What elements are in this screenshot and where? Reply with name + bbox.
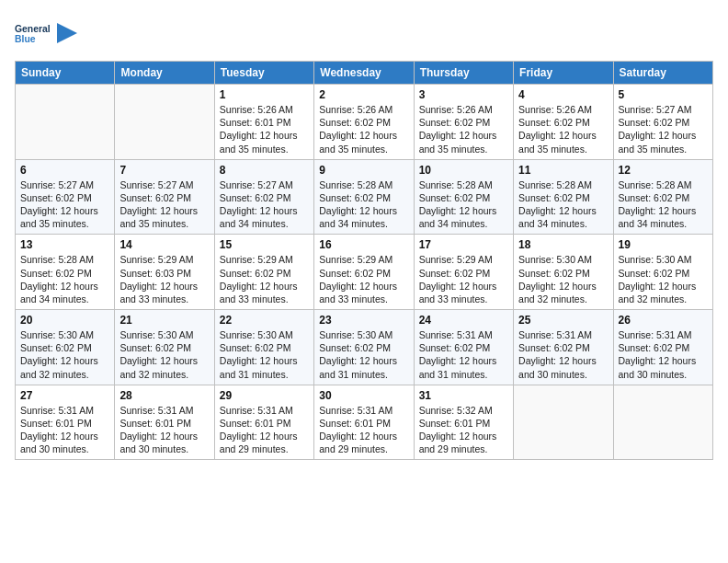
day-info: Sunrise: 5:28 AM Sunset: 6:02 PM Dayligh… (619, 178, 708, 231)
svg-marker-2 (57, 23, 77, 43)
calendar-week-4: 20Sunrise: 5:30 AM Sunset: 6:02 PM Dayli… (16, 310, 713, 385)
day-info: Sunrise: 5:26 AM Sunset: 6:02 PM Dayligh… (319, 103, 408, 155)
day-info: Sunrise: 5:30 AM Sunset: 6:02 PM Dayligh… (20, 328, 109, 381)
day-info: Sunrise: 5:31 AM Sunset: 6:01 PM Dayligh… (119, 404, 209, 456)
header-thursday: Thursday (414, 62, 513, 85)
day-info: Sunrise: 5:26 AM Sunset: 6:02 PM Dayligh… (518, 103, 608, 155)
day-info: Sunrise: 5:29 AM Sunset: 6:03 PM Dayligh… (119, 253, 209, 305)
day-info: Sunrise: 5:30 AM Sunset: 6:02 PM Dayligh… (119, 328, 209, 381)
day-number: 11 (518, 164, 608, 177)
calendar-cell: 16Sunrise: 5:29 AM Sunset: 6:02 PM Dayli… (314, 235, 414, 310)
day-number: 31 (419, 389, 508, 402)
calendar-cell: 11Sunrise: 5:28 AM Sunset: 6:02 PM Dayli… (514, 159, 613, 235)
day-number: 24 (419, 314, 508, 327)
day-info: Sunrise: 5:31 AM Sunset: 6:02 PM Dayligh… (619, 328, 708, 381)
day-number: 6 (20, 164, 109, 177)
day-number: 8 (220, 164, 309, 177)
calendar-cell: 20Sunrise: 5:30 AM Sunset: 6:02 PM Dayli… (16, 310, 115, 385)
day-number: 12 (619, 164, 708, 177)
day-number: 9 (319, 164, 408, 177)
day-info: Sunrise: 5:30 AM Sunset: 6:02 PM Dayligh… (220, 328, 309, 381)
day-info: Sunrise: 5:29 AM Sunset: 6:02 PM Dayligh… (220, 253, 309, 305)
day-number: 27 (20, 389, 109, 402)
calendar-cell: 17Sunrise: 5:29 AM Sunset: 6:02 PM Dayli… (414, 235, 513, 310)
page-header: General Blue (15, 15, 713, 52)
day-number: 16 (319, 238, 408, 251)
calendar-cell: 14Sunrise: 5:29 AM Sunset: 6:03 PM Dayli… (115, 235, 214, 310)
calendar-week-2: 6Sunrise: 5:27 AM Sunset: 6:02 PM Daylig… (16, 159, 713, 235)
day-number: 29 (220, 389, 309, 402)
calendar-cell: 2Sunrise: 5:26 AM Sunset: 6:02 PM Daylig… (314, 85, 414, 160)
calendar-week-5: 27Sunrise: 5:31 AM Sunset: 6:01 PM Dayli… (16, 385, 713, 460)
header-tuesday: Tuesday (214, 62, 313, 85)
header-friday: Friday (514, 62, 613, 85)
day-number: 14 (119, 238, 209, 251)
day-number: 7 (119, 164, 209, 177)
day-number: 17 (419, 238, 508, 251)
calendar-cell: 19Sunrise: 5:30 AM Sunset: 6:02 PM Dayli… (613, 235, 712, 310)
calendar-week-1: 1Sunrise: 5:26 AM Sunset: 6:01 PM Daylig… (16, 85, 713, 160)
calendar-cell: 24Sunrise: 5:31 AM Sunset: 6:02 PM Dayli… (414, 310, 513, 385)
day-info: Sunrise: 5:27 AM Sunset: 6:02 PM Dayligh… (119, 178, 209, 231)
day-number: 19 (619, 238, 708, 251)
day-info: Sunrise: 5:31 AM Sunset: 6:02 PM Dayligh… (518, 328, 608, 381)
calendar-cell: 5Sunrise: 5:27 AM Sunset: 6:02 PM Daylig… (613, 85, 712, 160)
day-number: 26 (619, 314, 708, 327)
day-number: 1 (220, 88, 309, 101)
calendar-cell: 6Sunrise: 5:27 AM Sunset: 6:02 PM Daylig… (16, 159, 115, 235)
day-info: Sunrise: 5:28 AM Sunset: 6:02 PM Dayligh… (518, 178, 608, 231)
day-info: Sunrise: 5:27 AM Sunset: 6:02 PM Dayligh… (220, 178, 309, 231)
calendar-cell: 22Sunrise: 5:30 AM Sunset: 6:02 PM Dayli… (214, 310, 313, 385)
header-wednesday: Wednesday (314, 62, 414, 85)
calendar-cell: 23Sunrise: 5:30 AM Sunset: 6:02 PM Dayli… (314, 310, 414, 385)
day-number: 28 (119, 389, 209, 402)
day-number: 10 (419, 164, 508, 177)
logo-icon: General Blue (15, 15, 51, 52)
calendar-cell: 25Sunrise: 5:31 AM Sunset: 6:02 PM Dayli… (514, 310, 613, 385)
calendar-cell: 3Sunrise: 5:26 AM Sunset: 6:02 PM Daylig… (414, 85, 513, 160)
calendar-cell: 9Sunrise: 5:28 AM Sunset: 6:02 PM Daylig… (314, 159, 414, 235)
day-info: Sunrise: 5:28 AM Sunset: 6:02 PM Dayligh… (419, 178, 508, 231)
calendar-cell: 28Sunrise: 5:31 AM Sunset: 6:01 PM Dayli… (115, 385, 214, 460)
header-saturday: Saturday (613, 62, 712, 85)
day-number: 15 (220, 238, 309, 251)
day-number: 4 (518, 88, 608, 101)
svg-text:General: General (15, 24, 51, 34)
calendar-cell: 1Sunrise: 5:26 AM Sunset: 6:01 PM Daylig… (214, 85, 313, 160)
day-info: Sunrise: 5:31 AM Sunset: 6:01 PM Dayligh… (20, 404, 109, 456)
calendar-cell (613, 385, 712, 460)
day-number: 23 (319, 314, 408, 327)
day-number: 13 (20, 238, 109, 251)
day-number: 5 (619, 88, 708, 101)
day-number: 30 (319, 389, 408, 402)
calendar-cell: 30Sunrise: 5:31 AM Sunset: 6:01 PM Dayli… (314, 385, 414, 460)
calendar-cell (16, 85, 115, 160)
day-number: 22 (220, 314, 309, 327)
day-number: 25 (518, 314, 608, 327)
calendar-cell: 15Sunrise: 5:29 AM Sunset: 6:02 PM Dayli… (214, 235, 313, 310)
day-info: Sunrise: 5:30 AM Sunset: 6:02 PM Dayligh… (319, 328, 408, 381)
calendar-cell: 18Sunrise: 5:30 AM Sunset: 6:02 PM Dayli… (514, 235, 613, 310)
calendar-cell: 13Sunrise: 5:28 AM Sunset: 6:02 PM Dayli… (16, 235, 115, 310)
day-info: Sunrise: 5:30 AM Sunset: 6:02 PM Dayligh… (619, 253, 708, 305)
day-info: Sunrise: 5:31 AM Sunset: 6:01 PM Dayligh… (220, 404, 309, 456)
day-number: 20 (20, 314, 109, 327)
calendar-cell: 27Sunrise: 5:31 AM Sunset: 6:01 PM Dayli… (16, 385, 115, 460)
calendar-cell: 4Sunrise: 5:26 AM Sunset: 6:02 PM Daylig… (514, 85, 613, 160)
day-info: Sunrise: 5:32 AM Sunset: 6:01 PM Dayligh… (419, 404, 508, 456)
day-info: Sunrise: 5:27 AM Sunset: 6:02 PM Dayligh… (619, 103, 708, 155)
day-number: 3 (419, 88, 508, 101)
day-number: 2 (319, 88, 408, 101)
day-info: Sunrise: 5:28 AM Sunset: 6:02 PM Dayligh… (319, 178, 408, 231)
day-info: Sunrise: 5:31 AM Sunset: 6:01 PM Dayligh… (319, 404, 408, 456)
calendar-cell (115, 85, 214, 160)
day-info: Sunrise: 5:26 AM Sunset: 6:02 PM Dayligh… (419, 103, 508, 155)
day-info: Sunrise: 5:28 AM Sunset: 6:02 PM Dayligh… (20, 253, 109, 305)
header-sunday: Sunday (16, 62, 115, 85)
calendar-cell: 12Sunrise: 5:28 AM Sunset: 6:02 PM Dayli… (613, 159, 712, 235)
day-number: 21 (119, 314, 209, 327)
calendar-cell: 26Sunrise: 5:31 AM Sunset: 6:02 PM Dayli… (613, 310, 712, 385)
calendar-cell: 10Sunrise: 5:28 AM Sunset: 6:02 PM Dayli… (414, 159, 513, 235)
day-info: Sunrise: 5:31 AM Sunset: 6:02 PM Dayligh… (419, 328, 508, 381)
day-number: 18 (518, 238, 608, 251)
